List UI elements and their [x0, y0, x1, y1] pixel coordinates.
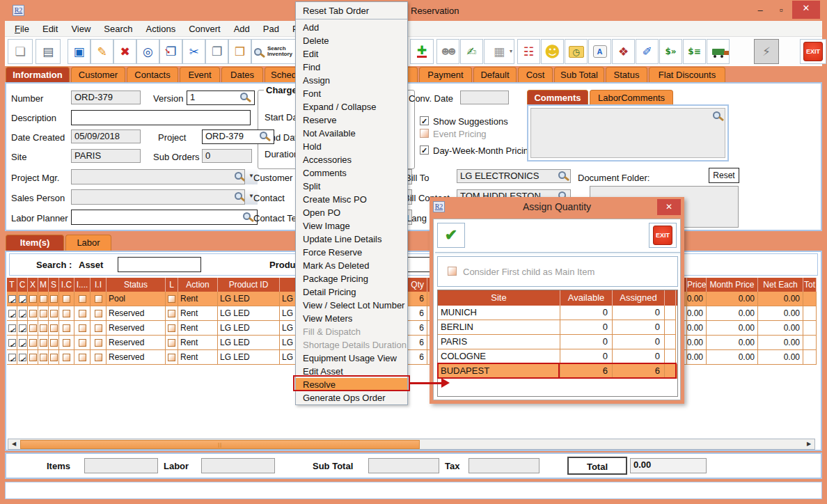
scroll-left-icon[interactable]: ◀: [9, 440, 19, 448]
menu-item-view-image[interactable]: View Image: [296, 219, 407, 233]
paste-button[interactable]: ❒: [228, 39, 251, 64]
calendar-dropdown-icon[interactable]: ▾: [510, 48, 512, 54]
keyboard-button[interactable]: A: [588, 39, 611, 64]
product-id-cell[interactable]: LG LED: [218, 350, 280, 365]
col-price[interactable]: Price: [687, 278, 707, 292]
product-id-cell[interactable]: LG LED: [218, 306, 280, 321]
menu-item-view-meters[interactable]: View Meters: [296, 312, 407, 325]
net-each-cell[interactable]: 0.00: [758, 292, 803, 306]
checkbox-cell[interactable]: [38, 336, 49, 350]
month-price-cell[interactable]: 0.00: [707, 336, 758, 350]
tab-contacts[interactable]: Contacts: [127, 67, 178, 83]
tab-event[interactable]: Event: [180, 67, 220, 83]
menu-edit[interactable]: Edit: [42, 24, 58, 34]
checkbox-cell[interactable]: [166, 336, 178, 350]
price-cell[interactable]: 0.00: [687, 321, 707, 336]
assigned-cell[interactable]: 0: [613, 335, 665, 349]
copy-button[interactable]: ❐: [205, 39, 228, 64]
find-button[interactable]: ◎: [136, 39, 159, 64]
col-status[interactable]: Status: [107, 278, 166, 292]
menu-pad[interactable]: Pad: [263, 24, 279, 34]
net-each-cell[interactable]: 0.00: [758, 336, 803, 350]
checkbox-cell[interactable]: [17, 306, 28, 321]
product-id-cell[interactable]: LG LED: [218, 321, 280, 336]
checkbox-cell[interactable]: [7, 292, 17, 306]
menu-item-update-line-details[interactable]: Update Line Details: [296, 233, 407, 246]
bill-to-lookup-icon[interactable]: [558, 171, 566, 179]
bill-to-field[interactable]: LG ELECTRONICS: [457, 169, 571, 183]
menu-item-font[interactable]: Font: [296, 87, 407, 100]
col-x[interactable]: X: [28, 278, 38, 292]
menu-item-reset-tab-order[interactable]: Reset Tab Order: [296, 4, 407, 17]
checkbox-cell[interactable]: [28, 350, 38, 365]
menu-item-force-reserve[interactable]: Force Reserve: [296, 246, 407, 259]
tot-cell[interactable]: [803, 306, 817, 321]
site-cell[interactable]: COLOGNE: [438, 349, 560, 364]
sales-person-lookup-icon[interactable]: [235, 192, 242, 200]
flash-button[interactable]: ⚡: [754, 39, 779, 64]
price-cell[interactable]: 0.00: [687, 350, 707, 365]
cubes-button[interactable]: ❖: [612, 39, 635, 64]
checkbox-cell[interactable]: [38, 321, 49, 336]
tab-information[interactable]: Information: [6, 67, 70, 83]
scrollbar-thumb[interactable]: ||: [20, 440, 420, 449]
action-cell[interactable]: Rent: [178, 306, 218, 321]
menu-search[interactable]: Search: [104, 24, 132, 34]
month-price-cell[interactable]: 0.00: [707, 306, 758, 321]
menu-item-detail-pricing[interactable]: Detail Pricing: [296, 285, 407, 299]
col-c[interactable]: C: [17, 278, 28, 292]
horizontal-scrollbar[interactable]: ◀ || ▶: [8, 439, 815, 450]
status-cell[interactable]: Reserved: [107, 306, 166, 321]
net-each-cell[interactable]: 0.00: [758, 306, 803, 321]
exit-button[interactable]: EXIT: [800, 39, 826, 64]
available-cell[interactable]: 0: [560, 349, 613, 364]
sales-person-field[interactable]: [71, 189, 258, 205]
site-cell[interactable]: BERLIN: [438, 320, 560, 335]
tab-cost[interactable]: Cost: [518, 67, 553, 83]
checkbox-cell[interactable]: [7, 336, 17, 350]
site-cell[interactable]: MUNICH: [438, 306, 560, 320]
checkbox-cell[interactable]: [166, 321, 178, 336]
site-row[interactable]: BERLIN 0 0: [438, 320, 677, 335]
menu-item-mark-as-deleted[interactable]: Mark As Deleted: [296, 259, 407, 272]
org-chart-button[interactable]: ☷: [517, 39, 540, 64]
print-button[interactable]: ▤: [36, 39, 61, 64]
dwm-pricing-checkbox[interactable]: [420, 145, 429, 155]
product-id-cell[interactable]: LG LED: [218, 336, 280, 350]
checkbox-cell[interactable]: [90, 292, 107, 306]
status-cell[interactable]: Reserved: [107, 350, 166, 365]
checkbox-cell[interactable]: [166, 350, 178, 365]
checkbox-cell[interactable]: [166, 292, 178, 306]
menu-item-generate-ops-order[interactable]: Generate Ops Order: [296, 391, 407, 404]
comments-box[interactable]: [530, 108, 725, 158]
menu-item-create-misc-po[interactable]: Create Misc PO: [296, 193, 407, 206]
col-m[interactable]: M: [38, 278, 49, 292]
checkbox-cell[interactable]: [17, 292, 28, 306]
tab-sub-total[interactable]: Sub Total: [554, 67, 604, 83]
checkbox-cell[interactable]: [59, 321, 74, 336]
cut-button[interactable]: ✂: [182, 39, 205, 64]
new-document-button[interactable]: ❏: [8, 39, 33, 64]
menu-item-delete[interactable]: Delete: [296, 34, 407, 47]
col-idots[interactable]: I....: [74, 278, 90, 292]
col-l[interactable]: L: [166, 278, 178, 292]
checkbox-cell[interactable]: [90, 336, 107, 350]
tot-cell[interactable]: [803, 336, 817, 350]
net-each-cell[interactable]: 0.00: [758, 321, 803, 336]
status-cell[interactable]: Pool: [107, 292, 166, 306]
version-lookup-icon[interactable]: [240, 93, 248, 100]
checkbox-cell[interactable]: [17, 321, 28, 336]
tab-dates[interactable]: Dates: [221, 67, 263, 83]
menu-actions[interactable]: Actions: [146, 24, 176, 34]
col-month-price[interactable]: Month Price: [707, 278, 758, 292]
available-cell[interactable]: 0: [560, 335, 613, 349]
maximize-button[interactable]: ▫: [771, 3, 791, 19]
menu-item-hold[interactable]: Hold: [296, 140, 407, 153]
dollar-list-button[interactable]: $≡: [683, 39, 706, 64]
action-cell[interactable]: Rent: [178, 350, 218, 365]
checkbox-cell[interactable]: [17, 350, 28, 365]
checkbox-cell[interactable]: [59, 350, 74, 365]
item-row[interactable]: Reserved Rent LG LED LG LED 6 0.00 0.00 …: [7, 321, 817, 336]
notes-button[interactable]: ✍: [460, 39, 483, 64]
status-cell[interactable]: Reserved: [107, 336, 166, 350]
